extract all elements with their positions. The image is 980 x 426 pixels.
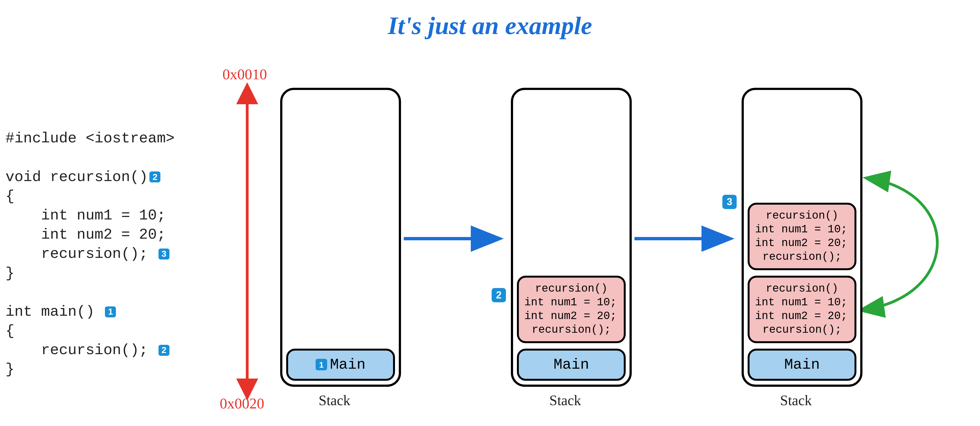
stack3-main-label: Main [784, 355, 820, 374]
code-badge-2b: 2 [159, 345, 169, 356]
code-badge-2a: 2 [150, 171, 161, 182]
code-main-decl: int main() [5, 303, 94, 320]
code-line3: recursion(); [5, 245, 148, 262]
stack3-rec2-l3: recursion(); [755, 250, 849, 264]
stack2-label: Stack [549, 392, 581, 409]
stack1-main-label: Main [330, 355, 366, 374]
stack-2: recursion() int num1 = 10; int num2 = 20… [511, 88, 632, 387]
stack3-rec1-l3: recursion(); [755, 323, 849, 337]
stack3-badge: 3 [722, 195, 737, 209]
stack2-rec-l3: recursion(); [524, 323, 618, 337]
stack2-rec-l2: int num2 = 20; [524, 309, 618, 323]
stack3-rec-frame-bottom: recursion() int num1 = 10; int num2 = 20… [748, 276, 856, 343]
stack1-main-frame: 1 Main [286, 348, 395, 381]
stack3-label: Stack [780, 392, 812, 409]
stack2-rec-l1: int num1 = 10; [524, 296, 618, 309]
code-main-call: recursion(); [5, 342, 148, 358]
code-line2: int num2 = 20; [5, 226, 165, 243]
stack2-rec-title: recursion() [524, 282, 618, 296]
code-badge-1: 1 [105, 306, 116, 317]
stack3-rec1-title: recursion() [755, 282, 849, 296]
addr-top: 0x0010 [223, 66, 267, 83]
code-badge-3: 3 [159, 249, 169, 260]
stack3-rec2-l2: int num2 = 20; [755, 236, 849, 250]
code-include: #include <iostream> [5, 130, 175, 147]
stack2-main-frame: Main [517, 348, 626, 381]
stack3-rec-frame-top: recursion() int num1 = 10; int num2 = 20… [748, 203, 856, 270]
code-brace-close: } [5, 265, 14, 282]
code-brace-open2: { [5, 323, 14, 339]
stack3-rec1-l1: int num1 = 10; [755, 296, 849, 309]
stack3-rec2-l1: int num1 = 10; [755, 223, 849, 236]
stack-3: recursion() int num1 = 10; int num2 = 20… [741, 88, 862, 387]
diagram-title: It's just an example [388, 11, 592, 40]
stack3-rec2-title: recursion() [755, 209, 849, 223]
code-brace-close2: } [5, 361, 14, 378]
stack-1: 1 Main [280, 88, 401, 387]
stack2-main-label: Main [554, 355, 589, 374]
stack3-rec1-l2: int num2 = 20; [755, 309, 849, 323]
code-line1: int num1 = 10; [5, 207, 165, 224]
code-fn-decl: void recursion() [5, 169, 148, 185]
stack1-label: Stack [318, 392, 350, 409]
code-block: #include <iostream> void recursion()2 { … [5, 110, 175, 379]
stack2-rec-frame: recursion() int num1 = 10; int num2 = 20… [517, 276, 626, 343]
code-brace-open: { [5, 188, 14, 204]
stack2-badge: 2 [492, 288, 506, 302]
stack1-main-badge: 1 [316, 359, 327, 370]
addr-bottom: 0x0020 [220, 395, 264, 412]
stack3-main-frame: Main [748, 348, 856, 381]
